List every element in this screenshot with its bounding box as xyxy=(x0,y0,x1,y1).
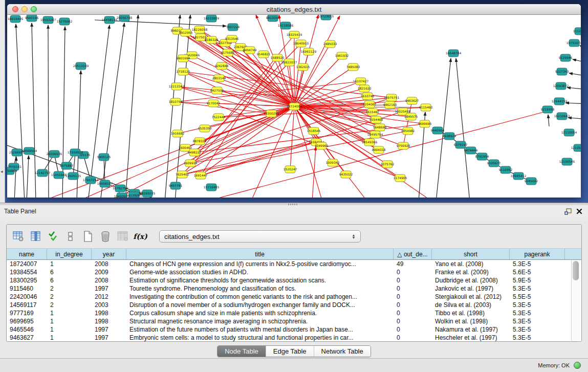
network-node[interactable]: 9498222 xyxy=(188,149,202,156)
select-all-button[interactable] xyxy=(46,229,61,244)
table-cell[interactable]: 2 xyxy=(47,301,92,309)
network-node[interactable]: 16210643 xyxy=(554,113,570,120)
import-table-button[interactable] xyxy=(115,229,130,244)
network-node[interactable]: 8791954 xyxy=(475,153,489,160)
network-node[interactable]: 9975887 xyxy=(60,162,74,169)
network-edge[interactable] xyxy=(183,72,294,106)
table-cell[interactable]: Disruption of a novel member of a sodium… xyxy=(126,301,394,309)
table-cell[interactable]: Embryonic stem cells: a model to study s… xyxy=(126,334,394,342)
table-cell[interactable]: 0 xyxy=(394,301,432,309)
network-node[interactable]: 1535359 xyxy=(198,125,212,132)
network-edge[interactable] xyxy=(175,15,190,198)
network-node[interactable]: 19218586 xyxy=(278,22,294,29)
close-window-button[interactable] xyxy=(12,6,18,12)
show-columns-button[interactable] xyxy=(28,229,43,244)
table-cell[interactable]: 14569117 xyxy=(7,301,47,309)
tab-node-table[interactable]: Node Table xyxy=(217,346,266,357)
network-node[interactable]: 18549366 xyxy=(362,139,378,146)
table-cell[interactable]: 1 xyxy=(47,309,92,317)
table-scrollbar[interactable] xyxy=(571,260,580,341)
network-node[interactable]: 9146821 xyxy=(257,51,271,58)
table-cell[interactable]: Tourette syndrome. Phenomenology and cla… xyxy=(126,285,394,293)
network-node[interactable]: 1849575 xyxy=(404,113,418,120)
table-cell[interactable]: 6 xyxy=(47,268,92,276)
table-cell[interactable]: 2 xyxy=(47,293,92,301)
table-cell[interactable]: 0 xyxy=(394,334,432,342)
network-node[interactable]: 9105677 xyxy=(487,160,501,167)
network-node[interactable]: 1009343 xyxy=(326,159,340,166)
table-cell[interactable]: Corpus callosum shape and size in male p… xyxy=(126,309,394,317)
column-header-4[interactable]: △ out_de... xyxy=(394,249,432,259)
network-node[interactable]: 1691447 xyxy=(194,172,208,179)
table-cell[interactable]: 0 xyxy=(394,276,432,285)
network-node[interactable]: 9313546 xyxy=(225,35,239,42)
network-node[interactable]: 1854982 xyxy=(401,127,415,135)
network-node[interactable]: 12110054 xyxy=(561,129,577,136)
table-cell[interactable]: Franke et al. (2009) xyxy=(432,268,510,276)
network-node[interactable]: 9440954 xyxy=(431,127,445,134)
column-header-3[interactable]: title xyxy=(126,249,394,259)
table-cell[interactable]: 1997 xyxy=(92,334,126,342)
network-node[interactable]: 16107427 xyxy=(353,78,369,85)
network-node[interactable]: 9154469 xyxy=(369,116,383,123)
network-node[interactable]: 1518545 xyxy=(307,127,321,135)
network-node[interactable]: 1610746 xyxy=(361,93,375,100)
network-node[interactable]: 2718120 xyxy=(177,68,190,75)
table-cell[interactable]: Jankovic et al. (1997) xyxy=(432,285,510,293)
network-node[interactable]: 9463627 xyxy=(405,97,419,104)
network-node[interactable]: 12100546 xyxy=(559,158,575,165)
network-node[interactable]: 7485083 xyxy=(346,63,360,71)
table-cell[interactable]: 5.3E-5 xyxy=(510,317,565,325)
network-edge[interactable] xyxy=(565,103,581,104)
tab-edge-table[interactable]: Edge Table xyxy=(266,346,314,357)
network-table-select[interactable]: citations_edges.txt ▲▼ xyxy=(159,230,361,243)
table-row[interactable]: 2242004622012Investigating the contribut… xyxy=(7,293,581,301)
table-cell[interactable]: 5.3E-5 xyxy=(510,325,565,334)
table-cell[interactable]: 0 xyxy=(394,268,432,276)
network-node[interactable]: 9215958 xyxy=(541,106,555,113)
table-cell[interactable]: Dudbridge et al. (2008) xyxy=(432,276,510,285)
network-edge[interactable] xyxy=(16,24,25,198)
float-panel-button[interactable] xyxy=(562,207,574,216)
clear-selection-button[interactable] xyxy=(63,229,78,244)
network-edge[interactable] xyxy=(88,25,110,198)
network-node[interactable]: 2204067 xyxy=(363,101,377,108)
table-cell[interactable]: 0 xyxy=(394,325,432,334)
minimize-window-button[interactable] xyxy=(21,6,28,12)
table-cell[interactable]: 2008 xyxy=(92,276,126,285)
network-node[interactable]: 2803144 xyxy=(212,75,226,82)
network-node[interactable]: 9115460 xyxy=(419,104,433,111)
network-node[interactable]: 9110952 xyxy=(499,166,513,173)
table-cell[interactable]: 0 xyxy=(394,317,432,325)
network-node[interactable]: 1075762 xyxy=(381,161,395,168)
table-row[interactable]: 1456911722003Disruption of a novel membe… xyxy=(7,301,581,309)
network-node[interactable]: 10553287 xyxy=(40,16,56,24)
table-cell[interactable]: 5.9E-5 xyxy=(510,276,565,285)
network-edge[interactable] xyxy=(110,106,294,198)
network-node[interactable]: 18325419 xyxy=(287,31,302,38)
network-node[interactable]: 16648784 xyxy=(446,50,462,57)
column-header-1[interactable]: in_degree xyxy=(47,249,92,259)
network-node[interactable]: 9175685 xyxy=(221,49,235,56)
table-cell[interactable]: 49 xyxy=(394,260,432,268)
table-cell[interactable]: 18300295 xyxy=(7,276,47,285)
network-node[interactable]: 11451948 xyxy=(51,171,67,179)
network-node[interactable]: 9474444 xyxy=(464,147,478,154)
network-node[interactable]: 12444159 xyxy=(552,98,568,105)
network-edge[interactable] xyxy=(290,106,294,169)
table-cell[interactable]: 9463627 xyxy=(7,334,47,342)
table-cell[interactable]: 5.5E-5 xyxy=(510,293,565,301)
table-cell[interactable]: 2009 xyxy=(92,268,126,276)
table-row[interactable]: 911546021997Tourette syndrome. Phenomeno… xyxy=(7,285,581,293)
network-node[interactable]: 1609934 xyxy=(184,160,198,167)
table-cell[interactable]: 9699695 xyxy=(7,317,47,325)
network-node[interactable]: 9457791 xyxy=(169,182,183,189)
table-cell[interactable]: 5.6E-5 xyxy=(510,268,565,276)
network-node[interactable]: 8454749 xyxy=(243,47,257,54)
network-node[interactable]: 1112203 xyxy=(573,28,581,35)
table-cell[interactable]: 22420046 xyxy=(7,293,47,301)
table-cell[interactable]: Estimation of the future numbers of pati… xyxy=(126,325,394,334)
network-node[interactable]: 1174905 xyxy=(394,174,407,182)
network-node[interactable]: 20056798 xyxy=(117,15,133,21)
table-cell[interactable]: 5.3E-5 xyxy=(510,334,565,342)
